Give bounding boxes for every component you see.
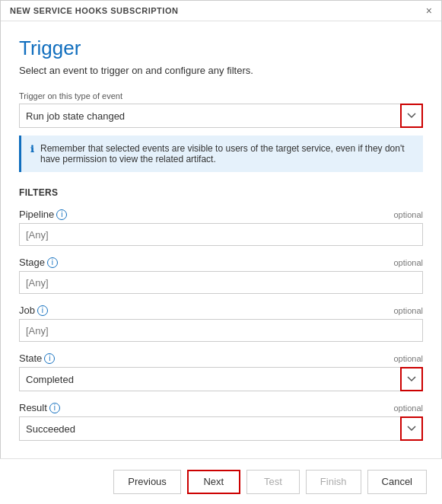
state-info-icon[interactable]: i bbox=[44, 353, 55, 364]
page-title: Trigger bbox=[19, 37, 423, 60]
pipeline-input[interactable] bbox=[19, 223, 423, 246]
info-icon: ℹ bbox=[30, 144, 34, 164]
job-input[interactable] bbox=[19, 319, 423, 342]
job-label: Job i bbox=[19, 305, 48, 316]
pipeline-optional: optional bbox=[393, 210, 423, 219]
pipeline-label: Pipeline i bbox=[19, 209, 67, 220]
finish-button[interactable]: Finish bbox=[306, 470, 361, 494]
info-message: Remember that selected events are visibl… bbox=[40, 143, 414, 164]
pipeline-filter-row: Pipeline i optional bbox=[19, 209, 423, 246]
job-info-icon[interactable]: i bbox=[37, 305, 48, 316]
state-label-row: State i optional bbox=[19, 352, 423, 364]
stage-input[interactable] bbox=[19, 271, 423, 294]
stage-info-icon[interactable]: i bbox=[47, 257, 58, 268]
title-bar: NEW SERVICE HOOKS SUBSCRIPTION × bbox=[1, 1, 441, 21]
pipeline-label-row: Pipeline i optional bbox=[19, 209, 423, 220]
job-filter-row: Job i optional bbox=[19, 305, 423, 342]
job-optional: optional bbox=[393, 306, 423, 315]
test-button[interactable]: Test bbox=[246, 470, 300, 494]
state-optional: optional bbox=[393, 354, 423, 363]
result-select[interactable]: Succeeded bbox=[19, 416, 423, 441]
result-info-icon[interactable]: i bbox=[49, 403, 60, 413]
main-content: Trigger Select an event to trigger on an… bbox=[1, 21, 441, 452]
stage-label: Stage i bbox=[19, 257, 58, 268]
dialog-title: NEW SERVICE HOOKS SUBSCRIPTION bbox=[10, 6, 178, 15]
result-optional: optional bbox=[393, 404, 423, 413]
job-label-row: Job i optional bbox=[19, 305, 423, 316]
state-label: State i bbox=[19, 352, 55, 364]
close-button[interactable]: × bbox=[426, 5, 432, 16]
stage-label-row: Stage i optional bbox=[19, 257, 423, 268]
cancel-button[interactable]: Cancel bbox=[367, 470, 427, 494]
state-dropdown-wrapper: Completed bbox=[19, 367, 423, 391]
state-select[interactable]: Completed bbox=[19, 367, 423, 391]
result-dropdown-wrapper: Succeeded bbox=[19, 416, 423, 441]
next-button[interactable]: Next bbox=[187, 470, 240, 494]
state-filter-row: State i optional Completed bbox=[19, 352, 423, 391]
filters-section-title: FILTERS bbox=[19, 187, 423, 198]
trigger-dropdown-wrapper: Run job state changed bbox=[19, 104, 423, 128]
pipeline-info-icon[interactable]: i bbox=[56, 209, 67, 220]
stage-optional: optional bbox=[393, 258, 423, 267]
trigger-type-select[interactable]: Run job state changed bbox=[19, 104, 423, 128]
result-filter-row: Result i optional Succeeded bbox=[19, 402, 423, 441]
footer: Previous Next Test Finish Cancel bbox=[0, 458, 442, 504]
result-label-row: Result i optional bbox=[19, 402, 423, 413]
stage-filter-row: Stage i optional bbox=[19, 257, 423, 294]
page-subtitle: Select an event to trigger on and config… bbox=[19, 65, 423, 76]
info-box: ℹ Remember that selected events are visi… bbox=[19, 136, 423, 172]
previous-button[interactable]: Previous bbox=[113, 470, 181, 494]
result-label: Result i bbox=[19, 402, 60, 413]
trigger-field-label: Trigger on this type of event bbox=[19, 91, 423, 100]
